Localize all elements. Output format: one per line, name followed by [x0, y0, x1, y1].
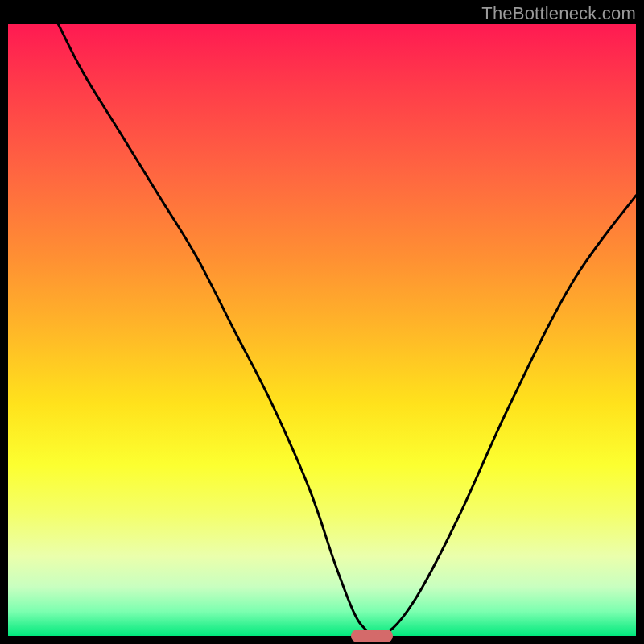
optimal-marker — [351, 630, 393, 642]
plot-area — [8, 24, 636, 636]
bottleneck-curve — [8, 24, 636, 636]
watermark-text: TheBottleneck.com — [481, 3, 636, 24]
chart-frame: TheBottleneck.com — [0, 0, 644, 644]
